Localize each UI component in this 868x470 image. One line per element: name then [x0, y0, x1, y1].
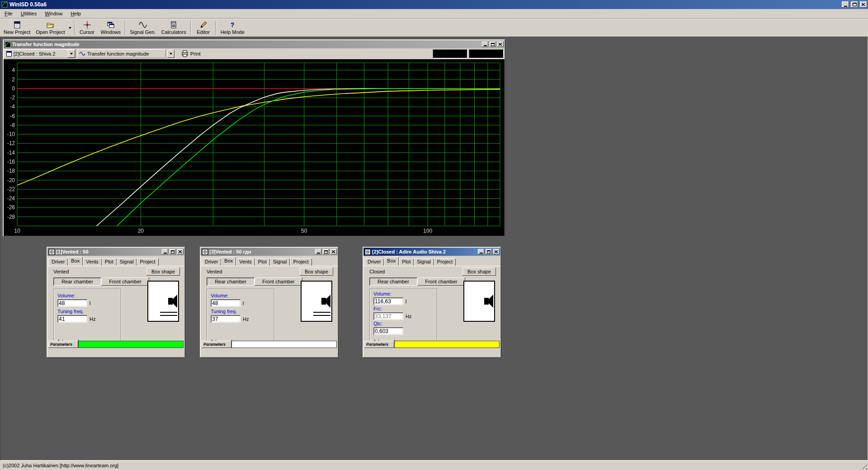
project-window-icon[interactable]: [202, 249, 208, 255]
transfer-function-chart[interactable]: 420-2-4-6-8-10-12-14-16-18-20-22-24-26-2…: [4, 59, 505, 236]
close-button[interactable]: [860, 1, 867, 8]
help-mode-button[interactable]: ? Help Mode: [218, 20, 247, 36]
tuning-freq-input[interactable]: [57, 315, 87, 323]
driver-glyph: [321, 295, 330, 308]
calculators-button[interactable]: Calculators: [159, 20, 189, 36]
close-button[interactable]: [493, 249, 500, 254]
app-title: WinISD 0.50a6: [9, 1, 47, 8]
editor-button[interactable]: Editor: [193, 20, 214, 36]
project-window-icon[interactable]: [48, 249, 55, 255]
open-project-icon: [46, 21, 54, 29]
minimize-button[interactable]: [478, 249, 484, 254]
tuning-freq-unit: Hz: [90, 316, 95, 322]
plot-minimize-button[interactable]: [482, 42, 488, 47]
menu-window[interactable]: Window: [41, 9, 66, 18]
menu-utilities[interactable]: Utilities: [17, 9, 41, 18]
menu-file[interactable]: File: [0, 9, 17, 18]
rear-chamber-button[interactable]: Rear chamber: [207, 277, 255, 286]
print-button[interactable]: Print: [179, 49, 203, 58]
new-project-icon: [13, 21, 21, 29]
signal-gen-button[interactable]: Signal Gen.: [127, 20, 158, 36]
maximize-button[interactable]: [170, 249, 176, 254]
tab-driver[interactable]: Driver: [48, 258, 68, 266]
close-icon: [332, 250, 335, 254]
minimize-button[interactable]: [162, 249, 168, 254]
close-icon: [499, 43, 502, 46]
front-chamber-button[interactable]: Front chamber: [417, 277, 465, 286]
parameters-tab[interactable]: Parameters: [202, 341, 231, 348]
maximize-icon: [491, 43, 495, 46]
tab-vents[interactable]: Vents: [236, 258, 255, 266]
close-button[interactable]: [330, 249, 337, 254]
parameters-tab[interactable]: Parameters: [48, 341, 78, 348]
project-window-vented-3: [3]Vented : 50 гдн Driver Box Vents Plot…: [200, 247, 339, 358]
qtc-input[interactable]: [373, 327, 403, 335]
tab-box[interactable]: Box: [221, 257, 236, 266]
tab-signal[interactable]: Signal: [117, 258, 137, 266]
open-project-dropdown[interactable]: [68, 20, 73, 36]
volume-input[interactable]: [57, 299, 87, 307]
tab-box[interactable]: Box: [384, 257, 399, 266]
box-shape-button[interactable]: Box shape: [462, 268, 496, 276]
minimize-icon: [844, 6, 847, 7]
windows-button[interactable]: Windows: [98, 20, 124, 36]
rear-chamber-button[interactable]: Rear chamber: [369, 277, 417, 286]
project-window-closed-2: [2]Closed : Adire Audio Shiva 2 Driver B…: [363, 247, 501, 358]
help-mode-icon: ?: [228, 21, 236, 29]
parameters-tab[interactable]: Parameters: [364, 341, 394, 348]
minimize-icon: [164, 253, 167, 254]
project-window-vented-1: [1]Vented : 50 Driver Box Vents Plot Sig…: [47, 247, 185, 358]
tab-project[interactable]: Project: [290, 258, 311, 266]
app-icon[interactable]: [1, 1, 8, 8]
project-selector[interactable]: [2]Closed : Shiva 2: [5, 49, 76, 58]
front-chamber-button[interactable]: Front chamber: [101, 277, 149, 286]
box-shape-button[interactable]: Box shape: [300, 268, 333, 276]
close-button[interactable]: [177, 249, 184, 254]
plot-close-button[interactable]: [497, 42, 504, 47]
volume-input[interactable]: [211, 299, 241, 307]
curve-color-bar: [394, 341, 500, 348]
cursor-button[interactable]: Cursor: [76, 20, 98, 36]
tab-vents[interactable]: Vents: [83, 258, 102, 266]
project-selector-dropdown[interactable]: [68, 50, 75, 58]
curve-color-bar: [231, 341, 337, 348]
project-window-title: [2]Closed : Adire Audio Shiva 2: [372, 249, 476, 254]
signal-gen-icon: [139, 21, 147, 29]
minimize-button[interactable]: [315, 249, 321, 254]
graph-type-dropdown[interactable]: [167, 50, 175, 58]
tab-plot[interactable]: Plot: [255, 258, 270, 266]
tab-project[interactable]: Project: [434, 258, 456, 266]
maximize-button[interactable]: [323, 249, 329, 254]
tab-signal[interactable]: Signal: [270, 258, 290, 266]
driver-glyph: [484, 295, 493, 308]
tab-plot[interactable]: Plot: [102, 258, 117, 266]
new-project-button[interactable]: New Project: [1, 20, 33, 36]
svg-text:50: 50: [301, 228, 307, 234]
tab-signal[interactable]: Signal: [414, 258, 434, 266]
cursor-readout-frequency: [433, 49, 467, 58]
volume-unit: l: [243, 301, 244, 306]
minimize-button[interactable]: [842, 1, 849, 8]
plot-window-title: Transfer function magnitude: [12, 42, 481, 47]
tab-box[interactable]: Box: [68, 257, 83, 266]
resize-grip[interactable]: [861, 463, 868, 470]
plot-window-icon[interactable]: [5, 41, 11, 47]
tab-driver[interactable]: Driver: [364, 258, 384, 266]
tuning-freq-input[interactable]: [211, 315, 241, 323]
maximize-button[interactable]: [486, 249, 492, 254]
box-shape-button[interactable]: Box shape: [146, 268, 180, 276]
qtc-label: Qtc:: [373, 321, 433, 326]
plot-maximize-button[interactable]: [490, 42, 496, 47]
tab-project[interactable]: Project: [137, 258, 158, 266]
menu-help[interactable]: Help: [66, 9, 85, 18]
tab-driver[interactable]: Driver: [202, 258, 221, 266]
rear-chamber-button[interactable]: Rear chamber: [53, 277, 101, 286]
front-chamber-button[interactable]: Front chamber: [255, 277, 302, 286]
maximize-button[interactable]: [851, 1, 858, 8]
open-project-button[interactable]: Open Project: [33, 20, 67, 36]
svg-text:-8: -8: [10, 122, 15, 128]
graph-type-selector[interactable]: Transfer function magnitude: [77, 49, 166, 58]
project-window-icon[interactable]: [364, 249, 371, 255]
volume-input[interactable]: [373, 297, 403, 305]
tab-plot[interactable]: Plot: [399, 258, 414, 266]
